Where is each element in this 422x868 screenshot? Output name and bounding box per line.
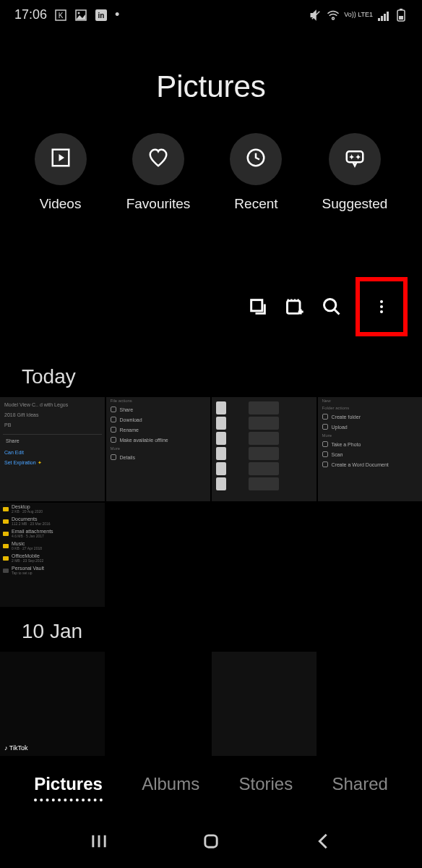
wifi-icon xyxy=(327,9,340,22)
thumbnail[interactable]: Desktop2 KB · 20 Aug 2020 Documents112.2… xyxy=(0,503,105,607)
word-icon xyxy=(322,461,328,467)
camera-icon xyxy=(322,441,328,447)
rename-icon xyxy=(111,427,116,433)
more-options-button[interactable] xyxy=(369,294,395,320)
section-header-10jan: 10 Jan xyxy=(0,620,422,643)
recents-button[interactable] xyxy=(89,831,109,854)
vault-icon xyxy=(3,569,9,573)
tab-pictures[interactable]: Pictures xyxy=(34,774,103,801)
image-icon xyxy=(74,9,87,22)
clock-icon xyxy=(245,147,267,171)
share-icon xyxy=(111,407,116,412)
scan-icon xyxy=(322,451,328,457)
category-label: Videos xyxy=(40,196,82,212)
battery-icon xyxy=(395,9,408,22)
search-button[interactable] xyxy=(319,294,345,320)
svg-rect-11 xyxy=(400,9,402,10)
thumbnail[interactable] xyxy=(106,652,211,756)
svg-rect-7 xyxy=(381,16,383,21)
more-notifications-dot: • xyxy=(115,7,119,22)
svg-rect-23 xyxy=(205,835,217,847)
tab-stories[interactable]: Stories xyxy=(238,774,293,801)
svg-text:in: in xyxy=(98,12,105,20)
svg-text:K: K xyxy=(59,12,64,20)
folder-icon xyxy=(3,532,9,536)
download-icon xyxy=(111,417,116,422)
heart-icon xyxy=(147,147,169,171)
svg-point-3 xyxy=(78,12,80,14)
category-favourites[interactable]: Favourites xyxy=(126,133,191,212)
status-bar: 17:06 K in • Vo)) LTE1 xyxy=(0,0,422,30)
thumbnail[interactable] xyxy=(212,652,316,756)
nav-bar xyxy=(0,817,422,868)
thumbnail[interactable] xyxy=(212,397,316,501)
category-suggested[interactable]: ✦✦ Suggested xyxy=(322,133,388,212)
details-icon xyxy=(111,454,116,460)
category-label: Suggested xyxy=(322,196,388,212)
svg-rect-6 xyxy=(378,18,380,21)
play-box-icon xyxy=(50,147,72,171)
section-header-today: Today xyxy=(0,365,422,388)
network-label: Vo)) LTE1 xyxy=(344,12,373,18)
folder-icon xyxy=(3,519,9,524)
more-options-highlight xyxy=(356,277,408,336)
svg-rect-18 xyxy=(288,301,301,314)
toolbar xyxy=(0,277,422,336)
today-grid: Model View C.. d with Legos 2018 Gift Id… xyxy=(0,397,422,607)
svg-rect-9 xyxy=(387,12,389,21)
back-button[interactable] xyxy=(313,831,333,854)
upload-icon xyxy=(322,424,328,430)
folder-plus-icon xyxy=(322,414,328,420)
signal-icon xyxy=(377,9,390,22)
category-recent[interactable]: Recent xyxy=(230,133,282,212)
svg-point-19 xyxy=(324,299,336,311)
category-label: Favourites xyxy=(126,196,191,212)
tab-shared[interactable]: Shared xyxy=(332,774,387,801)
tab-albums[interactable]: Albums xyxy=(142,774,199,801)
svg-rect-8 xyxy=(384,14,386,21)
notification-icon-k: K xyxy=(54,9,67,22)
folder-icon xyxy=(3,556,9,561)
chat-sparkle-icon: ✦✦ xyxy=(344,147,366,171)
jan-grid: ♪ TikTok xyxy=(0,652,422,756)
mute-icon xyxy=(309,9,322,22)
thumbnail[interactable]: File actions Share Download Rename Make … xyxy=(106,397,211,501)
linkedin-icon: in xyxy=(95,9,108,22)
folder-icon xyxy=(3,544,9,548)
svg-text:✦✦: ✦✦ xyxy=(348,153,361,161)
page-title: Pictures xyxy=(0,69,422,104)
offline-icon xyxy=(111,437,116,443)
svg-point-21 xyxy=(380,305,383,308)
bottom-tabs: Pictures Albums Stories Shared xyxy=(0,774,422,801)
thumbnail[interactable]: New Folder actions Create folder Upload … xyxy=(318,397,423,501)
svg-point-20 xyxy=(380,300,383,303)
categories-row: Videos Favourites Recent ✦✦ Suggested xyxy=(0,133,422,212)
status-time: 17:06 xyxy=(14,7,47,22)
svg-rect-17 xyxy=(251,300,262,311)
home-button[interactable] xyxy=(201,831,221,854)
category-videos[interactable]: Videos xyxy=(35,133,87,212)
folder-icon xyxy=(3,507,9,511)
svg-rect-12 xyxy=(399,16,403,20)
thumbnail[interactable]: Model View C.. d with Legos 2018 Gift Id… xyxy=(0,397,105,501)
thumbnail[interactable]: ♪ TikTok xyxy=(0,652,105,756)
category-label: Recent xyxy=(234,196,277,212)
tiktok-icon: ♪ TikTok xyxy=(4,744,28,752)
create-button[interactable] xyxy=(282,294,308,320)
stack-button[interactable] xyxy=(245,294,271,320)
svg-point-22 xyxy=(380,310,383,313)
